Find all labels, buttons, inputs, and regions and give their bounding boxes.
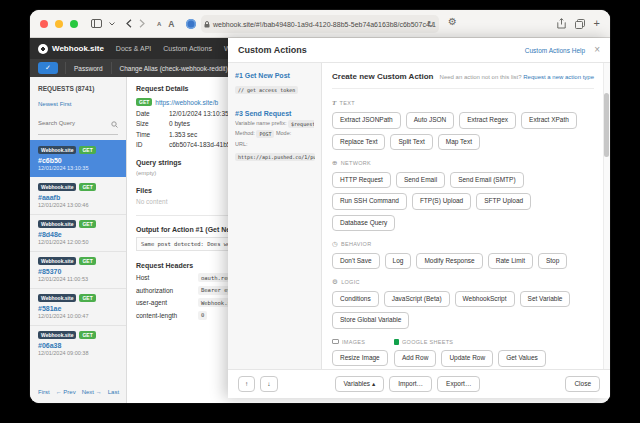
behavior-buttons: Don't Save Log Modify Response Rate Limi… [332, 253, 594, 270]
share-icon[interactable] [557, 18, 566, 29]
export-button[interactable]: Export… [437, 376, 480, 393]
request-id-link[interactable]: #aaafb [38, 194, 118, 201]
request-list-item[interactable]: Webhook.site GET #85370 12/01/2024 11:00… [30, 251, 126, 288]
scrollbar-thumb[interactable] [604, 93, 609, 157]
action-type-button[interactable]: Send Email [396, 172, 445, 189]
action-type-button[interactable]: JavaScript (Beta) [384, 291, 450, 308]
search-input[interactable] [38, 120, 111, 126]
chevron-down-icon[interactable] [109, 22, 115, 26]
request-id-link[interactable]: #c6b50 [38, 157, 118, 164]
request-badges: Webhook.site GET [38, 220, 118, 228]
request-list-item[interactable]: Webhook.site GET #581ae 12/01/2024 10:00… [30, 288, 126, 325]
pagination-prev[interactable]: ← Prev [56, 389, 76, 395]
request-id-link[interactable]: #06a38 [38, 342, 118, 349]
nav-custom-actions[interactable]: Custom Actions [163, 45, 212, 52]
zoom-window-button[interactable] [70, 20, 78, 28]
brand[interactable]: Webhook.site [38, 44, 104, 54]
request-date: 12/01/2024 09:00:38 [38, 350, 118, 356]
forward-icon[interactable] [139, 19, 145, 28]
request-id-link[interactable]: #85370 [38, 268, 118, 275]
action-name-link[interactable]: #1 Get New Post [235, 72, 314, 79]
move-up-button[interactable]: ↑ [238, 376, 255, 393]
move-down-button[interactable]: ↓ [260, 376, 277, 393]
google-sheets-icon [394, 339, 399, 346]
action-type-button[interactable]: Extract Regex [459, 112, 516, 129]
action-type-button[interactable]: Log [385, 253, 412, 270]
variables-dropdown-button[interactable]: Variables ▴ [335, 376, 385, 393]
method-badge: GET [79, 146, 95, 154]
extension-icon[interactable] [186, 19, 196, 29]
reload-icon[interactable]: ↻ [427, 20, 434, 29]
close-button[interactable]: Close [565, 376, 600, 393]
import-button[interactable]: Import… [389, 376, 432, 393]
pagination-first[interactable]: First [38, 389, 50, 395]
action-type-button[interactable]: Stop [538, 253, 567, 270]
request-list-item[interactable]: Webhook.site GET #c6b50 12/01/2024 13:10… [30, 140, 126, 177]
action-type-button[interactable]: Resize Image [332, 350, 388, 367]
request-list-item[interactable]: Webhook.site GET #8d48e 12/01/2024 12:00… [30, 214, 126, 251]
custom-actions-help-link[interactable]: Custom Actions Help [525, 47, 585, 54]
toolbar-password[interactable]: Password [65, 62, 111, 74]
action-type-button[interactable]: Replace Text [332, 134, 385, 151]
excel-column: MICROSOFT EXCEL [332, 367, 430, 370]
action-type-button[interactable]: Conditions [332, 291, 379, 308]
detail-value: 0 bytes [169, 120, 190, 127]
action-type-button[interactable]: Extract JSONPath [332, 112, 401, 129]
nav-docs-api[interactable]: Docs & API [116, 45, 151, 52]
address-bar[interactable]: webhook.site/#!/bab49480-1a9d-4120-88b5-… [201, 15, 439, 33]
action-type-button[interactable]: Update Row [441, 350, 493, 367]
url-value-chip: https://api.pushed.co/1/push [235, 153, 315, 161]
request-list-item[interactable]: Webhook.site GET #06a38 12/01/2024 09:00… [30, 325, 126, 362]
back-icon[interactable] [126, 19, 132, 28]
detail-label: Size [136, 120, 169, 127]
request-new-action-link[interactable]: Request a new action type [523, 74, 594, 80]
section-label: IMAGES [342, 339, 365, 345]
action-type-button[interactable]: Rate Limit [488, 253, 533, 270]
close-icon[interactable]: × [594, 45, 600, 55]
request-badges: Webhook.site GET [38, 146, 118, 154]
action-type-button[interactable]: Split Text [390, 134, 432, 151]
pagination-last[interactable]: Last [108, 389, 119, 395]
status-check-button[interactable]: ✓ [38, 62, 58, 74]
action-type-button[interactable]: Map Text [438, 134, 480, 151]
method-badge: GET [79, 331, 95, 339]
increase-font-icon[interactable]: A [168, 19, 174, 29]
action-type-button[interactable]: Don't Save [332, 253, 380, 270]
sidebar-toggle-icon[interactable] [91, 19, 102, 28]
sort-newest-first-link[interactable]: Newest First [38, 101, 71, 107]
toolbar-change-alias[interactable]: Change Alias (check-webhook-reddit) [111, 62, 236, 74]
action-name-link[interactable]: #3 Send Request [235, 110, 314, 117]
tab-overview-icon[interactable] [575, 19, 585, 29]
action-type-button[interactable]: Store Global Variable [332, 312, 409, 329]
request-list-item[interactable]: Webhook.site GET #aaafb 12/01/2024 13:00… [30, 177, 126, 214]
queued-action[interactable]: #1 Get New Post // get access token [235, 72, 314, 97]
action-type-button[interactable]: Set Variable [520, 291, 571, 308]
request-id-link[interactable]: #8d48e [38, 231, 118, 238]
action-type-button[interactable]: Database Query [332, 215, 395, 232]
request-id-link[interactable]: #581ae [38, 305, 118, 312]
action-type-button[interactable]: Send Email (SMTP) [450, 172, 523, 189]
action-type-button[interactable]: SFTP Upload [476, 193, 531, 210]
decrease-font-icon[interactable]: A [157, 21, 161, 27]
action-type-button[interactable]: Get Values [498, 350, 546, 367]
section-label: GOOGLE SHEETS [402, 339, 453, 345]
action-type-button[interactable]: Run SSH Command [332, 193, 407, 210]
search-row [38, 114, 118, 135]
action-type-button[interactable]: WebhookScript [455, 291, 515, 308]
section-label: BEHAVIOR [341, 241, 371, 247]
action-type-button[interactable]: Modify Response [416, 253, 482, 270]
modal-scrollbar[interactable] [603, 63, 610, 369]
action-type-button[interactable]: Extract XPath [521, 112, 577, 129]
pagination-next[interactable]: Next → [82, 389, 102, 395]
minimize-window-button[interactable] [55, 20, 63, 28]
new-tab-icon[interactable]: + [594, 18, 600, 29]
action-type-button[interactable]: FTP(S) Upload [412, 193, 471, 210]
queued-action[interactable]: #3 Send Request Variable name prefix: $r… [235, 110, 314, 165]
action-type-button[interactable]: Auto JSON [406, 112, 455, 129]
close-window-button[interactable] [40, 20, 48, 28]
request-url-link[interactable]: https://webhook.site/b [155, 99, 218, 106]
request-badges: Webhook.site GET [38, 183, 118, 191]
settings-gear-icon[interactable]: ⚙ [448, 17, 457, 27]
action-type-button[interactable]: Add Row [394, 350, 436, 367]
action-type-button[interactable]: HTTP Request [332, 172, 391, 189]
